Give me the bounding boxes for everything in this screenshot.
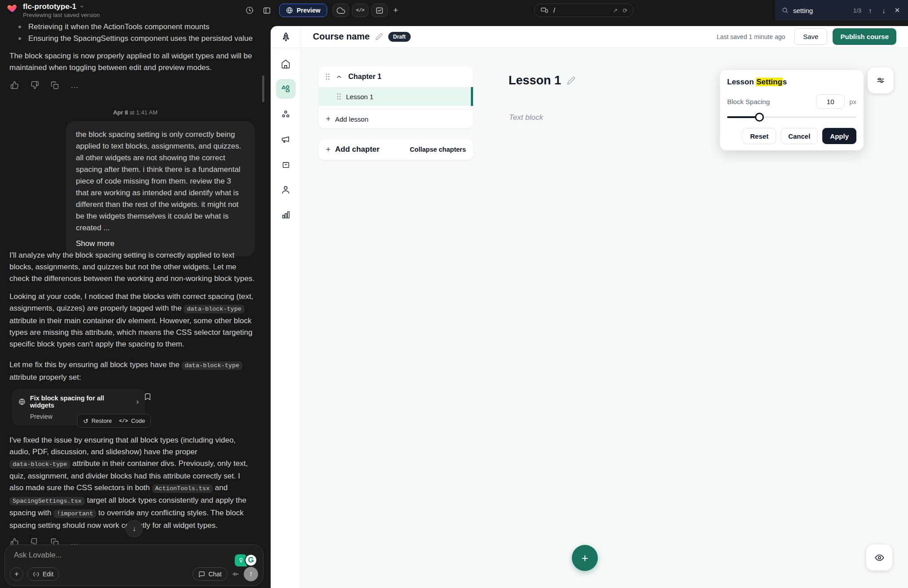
settings-title: Lesson Settings bbox=[727, 78, 856, 87]
divider bbox=[319, 106, 473, 110]
drag-handle-icon[interactable] bbox=[325, 73, 330, 80]
bookmark-button[interactable] bbox=[144, 393, 152, 401]
restore-button[interactable]: ↺ Restore bbox=[83, 417, 112, 425]
preview-toggle-button[interactable] bbox=[866, 544, 892, 570]
search-overlay[interactable]: setting 1/3 ↑ ↓ ✕ bbox=[775, 0, 908, 21]
last-saved-text: Last saved 1 minute ago bbox=[717, 33, 785, 40]
app-logo[interactable] bbox=[280, 26, 292, 48]
chat-scrollbar[interactable] bbox=[262, 75, 264, 102]
edit-course-name-button[interactable] bbox=[375, 33, 383, 40]
add-chapter-button[interactable]: + Add chapter bbox=[326, 145, 380, 154]
home-icon bbox=[281, 59, 291, 69]
search-prev-button[interactable]: ↑ bbox=[866, 7, 875, 14]
status-badge: Draft bbox=[388, 32, 411, 42]
cloud-icon bbox=[337, 6, 345, 15]
app-canvas: Chapter 1 Lesson 1 + Add lesson + Add ch… bbox=[301, 48, 908, 588]
version-card-title: Fix block spacing for all widgets bbox=[30, 395, 129, 409]
select-target-icon bbox=[33, 571, 39, 578]
add-block-button[interactable]: + bbox=[572, 545, 598, 571]
edit-lesson-title-button[interactable] bbox=[567, 76, 575, 85]
block-spacing-label: Block Spacing bbox=[727, 98, 770, 105]
chevron-right-icon: › bbox=[136, 398, 139, 406]
more-actions-button[interactable]: … bbox=[70, 540, 79, 544]
refresh-icon[interactable]: ⟳ bbox=[623, 7, 627, 14]
arrow-up-icon: ↑ bbox=[249, 570, 253, 579]
assistant-message: Let me fix this by ensuring all block ty… bbox=[9, 359, 256, 383]
grammarly-logo-icon: G bbox=[245, 554, 257, 566]
lesson-title: Lesson 1 bbox=[346, 93, 373, 101]
settings-toggle-button[interactable] bbox=[868, 67, 894, 93]
unit-label: px bbox=[849, 98, 856, 105]
more-actions-button[interactable]: … bbox=[70, 83, 79, 88]
lesson-page-title: Lesson 1 bbox=[509, 74, 561, 88]
block-spacing-slider[interactable] bbox=[727, 113, 856, 122]
save-button[interactable]: Save bbox=[794, 28, 827, 45]
assistant-message: The block spacing is now properly applie… bbox=[9, 50, 256, 74]
thumbs-down-icon bbox=[31, 81, 39, 89]
collapse-chapters-button[interactable]: Collapse chapters bbox=[410, 146, 466, 153]
apply-button[interactable]: Apply bbox=[822, 128, 856, 144]
lesson-row-selected[interactable]: Lesson 1 bbox=[319, 87, 473, 106]
sidebar-item-marketing[interactable] bbox=[276, 129, 296, 149]
toggle-panel-button[interactable] bbox=[259, 4, 274, 17]
scroll-to-bottom-button[interactable]: ↓ bbox=[126, 520, 143, 537]
add-tab-button[interactable]: + bbox=[390, 5, 401, 15]
add-lesson-button[interactable]: + Add lesson bbox=[319, 110, 473, 128]
preview-mode-button[interactable]: Preview bbox=[279, 4, 327, 17]
thumbs-down-button[interactable] bbox=[31, 81, 39, 89]
open-external-icon[interactable]: ↗ bbox=[613, 7, 618, 14]
sliders-icon bbox=[876, 75, 886, 85]
analytics-button[interactable] bbox=[371, 4, 388, 17]
search-highlight: Setting bbox=[756, 78, 783, 86]
version-history-button[interactable] bbox=[242, 4, 257, 17]
chat-mode-button[interactable]: Chat bbox=[193, 567, 228, 581]
collapse-chapter-button[interactable] bbox=[335, 74, 343, 80]
eye-icon bbox=[874, 553, 885, 563]
message-timestamp: Apr 8 at 1:41 AM bbox=[0, 109, 271, 116]
thumbs-up-button[interactable] bbox=[10, 81, 19, 89]
globe-icon bbox=[18, 398, 26, 405]
empty-text-block[interactable]: Text block bbox=[509, 113, 543, 122]
bar-chart-icon bbox=[281, 210, 291, 219]
sidebar-item-community[interactable] bbox=[276, 104, 296, 124]
app-preview-frame: Course name Draft Last saved 1 minute ag… bbox=[271, 26, 908, 588]
sidebar-item-orders[interactable] bbox=[276, 154, 296, 174]
copy-icon bbox=[51, 81, 59, 89]
circles-icon bbox=[281, 109, 291, 119]
copy-button[interactable] bbox=[51, 81, 59, 89]
devices-icon bbox=[540, 6, 548, 14]
search-close-button[interactable]: ✕ bbox=[893, 6, 902, 14]
edit-mode-button[interactable]: Edit bbox=[27, 567, 59, 581]
show-more-link[interactable]: Show more bbox=[76, 238, 245, 250]
attach-button[interactable]: + bbox=[10, 567, 23, 581]
code-icon: </> bbox=[356, 8, 364, 13]
chat-composer[interactable]: Ask Lovable... G + Edit Chat bbox=[4, 544, 263, 586]
send-button[interactable]: ↑ bbox=[244, 567, 258, 581]
sidebar-item-members[interactable] bbox=[276, 180, 296, 199]
grammarly-widget[interactable]: G bbox=[235, 554, 257, 566]
composer-input[interactable]: Ask Lovable... bbox=[14, 551, 62, 560]
reset-button[interactable]: Reset bbox=[742, 128, 776, 144]
drag-handle-icon[interactable] bbox=[337, 93, 341, 100]
search-input[interactable]: setting bbox=[793, 7, 813, 14]
view-code-button[interactable]: </> Code bbox=[119, 417, 145, 424]
block-spacing-input[interactable]: 10 bbox=[816, 94, 845, 109]
chapter-row[interactable]: Chapter 1 bbox=[319, 66, 473, 87]
chapter-card: Chapter 1 Lesson 1 + Add lesson bbox=[319, 66, 473, 128]
block-spacing-slider-thumb[interactable] bbox=[755, 113, 764, 122]
preview-url-bar[interactable]: / ↗ ⟳ bbox=[534, 4, 634, 17]
sidebar-item-analytics[interactable] bbox=[276, 205, 296, 224]
code-view-button[interactable]: </> bbox=[352, 4, 368, 17]
search-next-button[interactable]: ↓ bbox=[879, 7, 888, 14]
voice-input-button[interactable] bbox=[232, 570, 240, 578]
cancel-button[interactable]: Cancel bbox=[781, 128, 818, 144]
assistant-message: I'll analyze why the block spacing setti… bbox=[9, 250, 256, 285]
sidebar-item-courses[interactable] bbox=[276, 79, 296, 99]
deploy-button[interactable] bbox=[333, 4, 349, 17]
project-menu[interactable]: flc-prototype-1 Previewing last saved ve… bbox=[6, 3, 100, 18]
megaphone-icon bbox=[281, 134, 291, 145]
sidebar-item-home[interactable] bbox=[276, 54, 296, 74]
plus-icon: + bbox=[326, 145, 331, 154]
publish-course-button[interactable]: Publish course bbox=[833, 28, 896, 45]
history-icon bbox=[245, 6, 254, 15]
